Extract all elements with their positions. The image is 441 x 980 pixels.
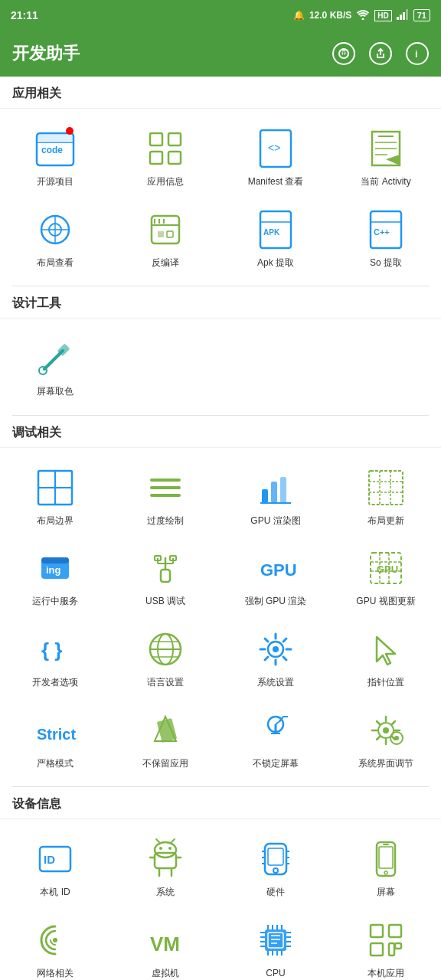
item-dev-options[interactable]: { } 开发者选项 bbox=[0, 617, 110, 698]
item-open-source[interactable]: code 开源项目 bbox=[0, 116, 110, 198]
status-bar: 21:11 🔔 12.0 KB/S HD 71 bbox=[0, 0, 441, 31]
item-force-gpu[interactable]: GPU 强制 GPU 渲染 bbox=[220, 536, 331, 617]
svg-line-92 bbox=[265, 657, 268, 660]
svg-rect-127 bbox=[268, 848, 283, 865]
svg-rect-3 bbox=[403, 12, 405, 20]
item-layout-view[interactable]: 布局查看 bbox=[0, 198, 110, 279]
section-app-label: 应用相关 bbox=[0, 77, 441, 109]
item-device-id-label: 本机 ID bbox=[40, 887, 70, 899]
svg-point-41 bbox=[39, 367, 47, 374]
item-ui-tuner-label: 系统界面调节 bbox=[358, 758, 413, 770]
svg-line-91 bbox=[283, 639, 286, 642]
item-manifest[interactable]: <> Manifest 查看 bbox=[220, 116, 331, 198]
item-no-lock-screen-label: 不锁定屏幕 bbox=[253, 758, 299, 770]
section-debug-grid: 布局边界 过度绘制 GPU 渲染图 bbox=[0, 448, 441, 786]
item-lang-settings[interactable]: 语言设置 bbox=[110, 617, 220, 698]
app-title: 开发助手 bbox=[12, 42, 80, 65]
svg-rect-2 bbox=[400, 15, 402, 20]
svg-rect-163 bbox=[389, 925, 401, 937]
item-gpu-render[interactable]: GPU 渲染图 bbox=[220, 456, 331, 537]
item-decompile[interactable]: 反编译 bbox=[110, 198, 220, 279]
item-gpu-view-update[interactable]: GPU GPU 视图更新 bbox=[331, 536, 441, 617]
svg-point-84 bbox=[273, 646, 279, 652]
svg-rect-45 bbox=[55, 488, 72, 505]
item-sys-settings[interactable]: 系统设置 bbox=[220, 617, 331, 698]
item-no-keep-app-label: 不保留应用 bbox=[142, 758, 188, 770]
item-screen-label: 屏幕 bbox=[377, 887, 395, 899]
item-system[interactable]: 系统 bbox=[110, 827, 220, 908]
item-so-extract[interactable]: C++ So 提取 bbox=[331, 198, 441, 279]
svg-point-103 bbox=[383, 727, 389, 733]
info-button[interactable]: i bbox=[406, 42, 429, 65]
svg-line-89 bbox=[265, 639, 268, 642]
item-apk-extract-label: Apk 提取 bbox=[257, 257, 294, 270]
item-running-service[interactable]: ing 运行中服务 bbox=[0, 536, 110, 617]
svg-text:ing: ing bbox=[46, 564, 61, 576]
svg-point-119 bbox=[168, 847, 172, 850]
item-no-keep-app[interactable]: 不保留应用 bbox=[110, 698, 220, 779]
github-button[interactable] bbox=[332, 42, 355, 65]
svg-point-116 bbox=[155, 842, 176, 858]
item-screen[interactable]: 屏幕 bbox=[331, 827, 441, 908]
svg-rect-162 bbox=[371, 925, 383, 937]
bell-icon: 🔔 bbox=[293, 10, 305, 21]
item-system-label: 系统 bbox=[156, 887, 175, 899]
item-local-app[interactable]: 本机应用 bbox=[331, 908, 441, 980]
svg-rect-164 bbox=[371, 943, 383, 956]
svg-rect-30 bbox=[167, 231, 173, 237]
item-vm[interactable]: VM 虚拟机 bbox=[110, 908, 220, 980]
item-gpu-view-update-label: GPU 视图更新 bbox=[356, 596, 415, 608]
item-network[interactable]: 网络相关 bbox=[0, 908, 110, 980]
svg-line-125 bbox=[172, 839, 175, 842]
svg-rect-53 bbox=[280, 477, 286, 503]
item-activity-label: 当前 Activity bbox=[361, 176, 410, 188]
wifi-icon bbox=[356, 9, 370, 22]
svg-rect-136 bbox=[379, 847, 393, 868]
item-usb-debug[interactable]: USB 调试 bbox=[110, 536, 220, 617]
svg-text:APK: APK bbox=[263, 228, 280, 237]
item-strict-mode-label: 严格模式 bbox=[37, 758, 74, 770]
svg-rect-166 bbox=[395, 943, 401, 949]
svg-point-113 bbox=[394, 736, 399, 740]
svg-text:Strict: Strict bbox=[37, 726, 76, 743]
svg-rect-47 bbox=[55, 471, 72, 488]
item-pointer-location[interactable]: 指针位置 bbox=[331, 617, 441, 698]
item-cpu[interactable]: CPU bbox=[220, 908, 331, 980]
item-local-app-label: 本机应用 bbox=[368, 968, 404, 980]
svg-rect-63 bbox=[161, 570, 170, 582]
svg-rect-165 bbox=[389, 943, 394, 956]
svg-marker-22 bbox=[386, 155, 400, 165]
item-layout-border[interactable]: 布局边界 bbox=[0, 456, 110, 537]
item-sys-settings-label: 系统设置 bbox=[257, 677, 294, 689]
svg-line-110 bbox=[392, 721, 395, 724]
svg-point-118 bbox=[159, 847, 162, 850]
item-manifest-label: Manifest 查看 bbox=[248, 176, 304, 188]
item-ui-tuner[interactable]: 系统界面调节 bbox=[331, 698, 441, 779]
item-network-label: 网络相关 bbox=[37, 968, 74, 980]
item-open-source-label: 开源项目 bbox=[37, 176, 74, 188]
item-device-id[interactable]: ID 本机 ID bbox=[0, 827, 110, 908]
section-design-label: 设计工具 bbox=[0, 286, 441, 318]
svg-point-137 bbox=[384, 871, 387, 874]
item-overdraw[interactable]: 过度绘制 bbox=[110, 456, 220, 537]
svg-text:C++: C++ bbox=[374, 227, 390, 237]
item-no-lock-screen[interactable]: 不锁定屏幕 bbox=[220, 698, 331, 779]
item-layout-update[interactable]: 布局更新 bbox=[331, 456, 441, 537]
item-app-info[interactable]: 应用信息 bbox=[110, 116, 220, 198]
svg-text:<>: <> bbox=[268, 142, 280, 154]
svg-point-128 bbox=[273, 868, 278, 873]
item-activity[interactable]: 当前 Activity bbox=[331, 116, 441, 198]
item-hardware[interactable]: 硬件 bbox=[220, 827, 331, 908]
share-button[interactable] bbox=[369, 42, 392, 65]
svg-rect-14 bbox=[168, 152, 181, 164]
item-apk-extract[interactable]: APK Apk 提取 bbox=[220, 198, 331, 279]
item-overdraw-label: 过度绘制 bbox=[147, 515, 184, 528]
signal-icon bbox=[397, 9, 409, 22]
item-strict-mode[interactable]: Strict 严格模式 bbox=[0, 698, 110, 779]
item-color-picker[interactable]: 屏幕取色 bbox=[0, 326, 110, 407]
svg-line-108 bbox=[377, 721, 380, 724]
svg-rect-29 bbox=[158, 231, 164, 237]
item-decompile-label: 反编译 bbox=[152, 257, 179, 270]
svg-point-0 bbox=[362, 18, 364, 20]
item-running-service-label: 运行中服务 bbox=[32, 596, 78, 608]
